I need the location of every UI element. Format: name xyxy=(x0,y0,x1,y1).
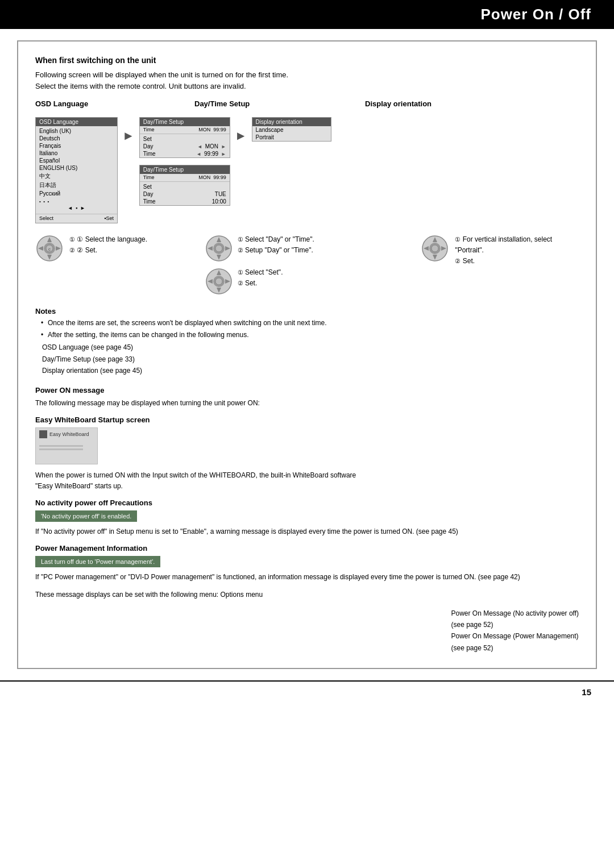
power-on-title: Power ON message xyxy=(35,386,579,394)
svg-point-21 xyxy=(215,278,222,285)
list-item: Русский xyxy=(39,190,114,197)
daytime-instruction-2: ① Select "Set". ② Set. xyxy=(238,267,283,289)
osd-language-box: OSD Language English (UK) Deutsch França… xyxy=(35,117,118,226)
daytime-box-1: Day/Time Setup TimeMON 99:99 Set Day ◄ M… xyxy=(139,117,230,158)
daytime-boxes: Day/Time Setup TimeMON 99:99 Set Day ◄ M… xyxy=(139,117,230,210)
notes-menu-items: OSD Language (see page 45) Day/Time Setu… xyxy=(35,342,579,376)
list-item: 日本語 xyxy=(39,181,114,190)
list-item: Day/Time Setup (see page 33) xyxy=(42,354,579,365)
display-orientation-box: Display orientation Landscape Portrait xyxy=(252,117,331,142)
options-menu-items: Power On Message (No activity power off)… xyxy=(35,608,579,654)
arrow-2: ► xyxy=(235,128,247,143)
list-item: English (UK) xyxy=(39,127,114,135)
osd-instruction-text: ① ① Select the language. ② ② Set. xyxy=(69,234,147,256)
setup-screens-row: OSD Language English (UK) Deutsch França… xyxy=(35,117,579,226)
list-item: Deutsch xyxy=(39,135,114,142)
notes-list: Once the items are set, the screens won'… xyxy=(35,318,579,340)
list-item: ENGLISH (US) xyxy=(39,164,114,172)
no-activity-text: If "No activity power off" in Setup menu… xyxy=(35,526,579,537)
whiteboard-desc: When the power is turned ON with the Inp… xyxy=(35,470,579,492)
svg-text:c: c xyxy=(48,247,51,252)
dpad-osd: c xyxy=(35,234,64,263)
daytime-label: Day/Time Setup xyxy=(194,99,320,108)
wb-label: Easy WhiteBoard xyxy=(49,431,89,437)
list-item: OSD Language (see page 45) xyxy=(42,342,579,353)
display-instruction-text: ① For vertical installation, select "Por… xyxy=(455,234,579,267)
page-number: 15 xyxy=(0,680,614,703)
list-item: After the setting, the items can be chan… xyxy=(41,330,579,340)
list-item: Italiano xyxy=(39,149,114,157)
power-on-text: The following message may be displayed w… xyxy=(35,398,579,409)
list-item: Display orientation (see page 45) xyxy=(42,365,579,376)
setup-column-labels: OSD Language Day/Time Setup Display orie… xyxy=(35,99,579,111)
svg-point-28 xyxy=(432,245,438,252)
power-mgmt-title: Power Management Information xyxy=(35,544,579,553)
osd-box-items: English (UK) Deutsch Français Italiano E… xyxy=(36,126,117,213)
notes-title: Notes xyxy=(35,307,579,315)
osd-instruction-block: c ① ① Select the language. ② ② Set. xyxy=(35,234,193,263)
svg-point-14 xyxy=(215,245,222,252)
daytime-instruction-1: ① Select "Day" or "Time". ② Setup "Day" … xyxy=(238,234,314,256)
dpad-daytime-1 xyxy=(205,234,233,263)
notes-section: Notes Once the items are set, the screen… xyxy=(35,307,579,377)
osd-box-title: OSD Language xyxy=(36,118,117,126)
arrow-1: ► xyxy=(122,128,135,143)
power-mgmt-banner: Last turn off due to 'Power management'. xyxy=(35,556,160,567)
daytime-box-2: Day/Time Setup TimeMON 99:99 Set DayTUE … xyxy=(139,165,230,206)
list-item: Once the items are set, the screens won'… xyxy=(41,318,579,329)
osd-language-label: OSD Language xyxy=(35,99,149,108)
wb-line xyxy=(39,448,83,450)
main-content: When first switching on the unit Followi… xyxy=(17,40,597,669)
page-title: Power On / Off xyxy=(0,0,614,29)
dpad-display xyxy=(421,234,449,263)
power-mgmt-text: If "PC Power management" or "DVI-D Power… xyxy=(35,572,579,583)
display-orientation-label: Display orientation xyxy=(365,99,579,108)
section-title: When first switching on the unit xyxy=(35,56,579,65)
list-item: Español xyxy=(39,157,114,164)
options-item-1: Power On Message (No activity power off)… xyxy=(451,608,579,631)
options-menu-intro: These message displays can be set with t… xyxy=(35,589,579,600)
display-instruction-block: ① For vertical installation, select "Por… xyxy=(421,234,579,267)
whiteboard-icon xyxy=(39,430,47,438)
osd-select-label: Select xyxy=(39,215,53,221)
whiteboard-preview: Easy WhiteBoard xyxy=(35,427,98,464)
instructions-row: c ① ① Select the language. ② ② Set. xyxy=(35,234,579,296)
no-activity-title: No activity power off Precautions xyxy=(35,499,579,507)
easy-whiteboard-title: Easy WhiteBoard Startup screen xyxy=(35,416,579,424)
list-item: 中文 xyxy=(39,172,114,181)
dpad-daytime-2 xyxy=(205,267,233,296)
list-item: Français xyxy=(39,142,114,149)
options-item-2: Power On Message (Power Management) (see… xyxy=(451,630,579,654)
wb-line xyxy=(39,445,83,447)
osd-set-label: ▪Set xyxy=(104,215,114,221)
intro-text: Following screen will be displayed when … xyxy=(35,69,579,92)
no-activity-banner: 'No activity power off' is enabled. xyxy=(35,510,137,522)
daytime-instruction-block: ① Select "Day" or "Time". ② Setup "Day" … xyxy=(205,234,410,296)
